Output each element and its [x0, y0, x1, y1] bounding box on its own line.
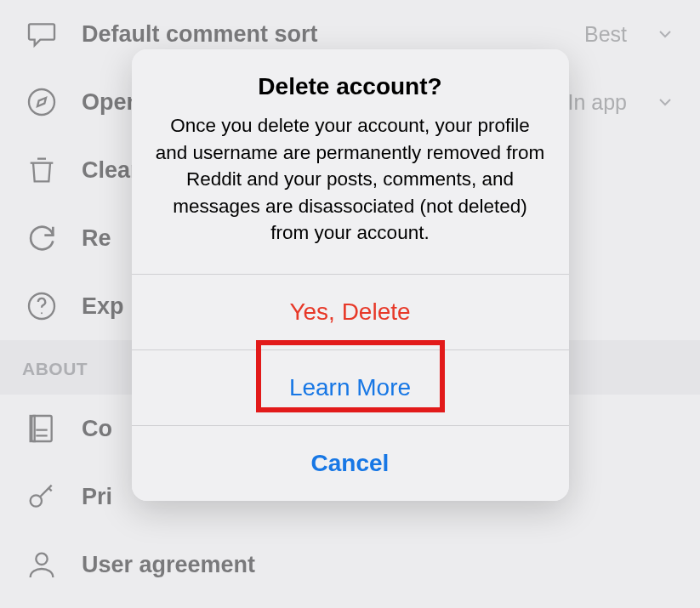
- compass-icon: [22, 82, 61, 122]
- question-circle-icon: [22, 287, 61, 326]
- row-label: User agreement: [82, 552, 678, 578]
- dialog-body: Delete account? Once you delete your acc…: [132, 49, 569, 274]
- svg-point-3: [41, 312, 43, 314]
- row-value: Best: [584, 22, 627, 47]
- chevron-down-icon: [652, 21, 678, 47]
- delete-account-dialog: Delete account? Once you delete your acc…: [132, 49, 569, 501]
- cancel-button[interactable]: Cancel: [132, 425, 569, 501]
- svg-marker-1: [37, 98, 46, 106]
- row-value: In app: [567, 90, 627, 115]
- row-user-agreement[interactable]: User agreement: [0, 531, 700, 599]
- comment-icon: [22, 14, 61, 54]
- document-icon: [22, 409, 61, 448]
- key-icon: [22, 477, 61, 516]
- refresh-icon: [22, 219, 61, 258]
- svg-point-0: [29, 89, 54, 115]
- svg-point-7: [36, 554, 47, 565]
- chevron-down-icon: [652, 89, 678, 115]
- learn-more-button[interactable]: Learn More: [132, 349, 569, 425]
- user-icon: [22, 545, 61, 584]
- row-label: Default comment sort: [82, 21, 564, 48]
- svg-point-6: [31, 495, 42, 506]
- trash-icon: [22, 151, 61, 190]
- dialog-message: Once you delete your account, your profi…: [152, 112, 549, 247]
- dialog-title: Delete account?: [152, 73, 549, 100]
- yes-delete-button[interactable]: Yes, Delete: [132, 274, 569, 349]
